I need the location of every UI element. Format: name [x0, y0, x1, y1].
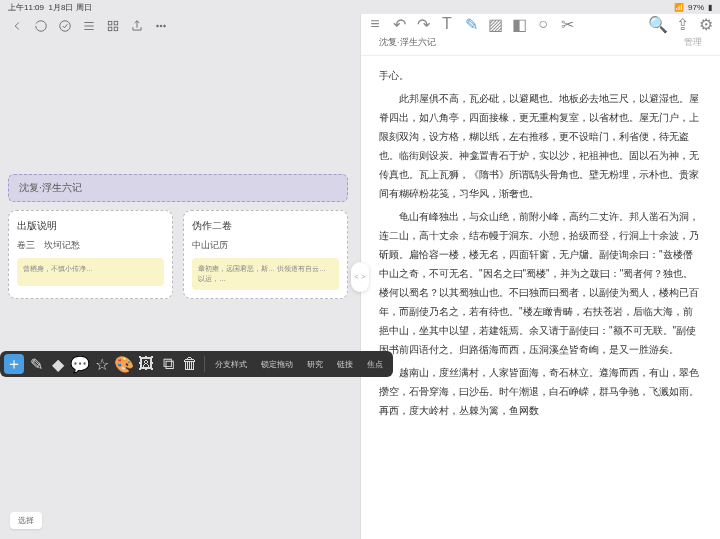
battery-icon: ▮: [708, 3, 712, 12]
menu-icon[interactable]: ≡: [369, 18, 381, 30]
card-sub: 卷三 坎坷记愁: [17, 239, 164, 252]
svg-rect-1: [108, 21, 112, 25]
list-icon[interactable]: [82, 19, 96, 33]
text-icon[interactable]: T: [441, 18, 453, 30]
card-publish[interactable]: 出版说明 卷三 坎坷记愁 曾栖身，不慎小传净…: [8, 210, 173, 299]
wifi-icon: 📶: [674, 3, 684, 12]
check-icon[interactable]: [58, 19, 72, 33]
pen-icon[interactable]: ✎: [465, 18, 477, 30]
status-date: 1月8日 周日: [48, 3, 91, 12]
card-title: 出版说明: [17, 219, 164, 233]
undo-icon[interactable]: ↶: [393, 18, 405, 30]
doc-title: 沈复·浮生六记: [379, 36, 436, 49]
svg-rect-3: [108, 27, 112, 31]
export-icon[interactable]: ⇪: [676, 18, 688, 30]
svg-point-6: [160, 25, 162, 27]
research-button[interactable]: 研究: [301, 359, 329, 370]
paragraph: 此邦屋俱不高，瓦必砒，以避飓也。地板必去地三尺，以避湿也。屋脊四出，如八角亭，四…: [379, 89, 702, 203]
paragraph: 越南山，度丝满村，人家皆面海，奇石林立。遵海而西，有山，翠色攒空，石骨穿海，曰沙…: [379, 363, 702, 420]
settings-icon[interactable]: ⚙: [700, 18, 712, 30]
select-button[interactable]: 选择: [10, 512, 42, 529]
shape-icon[interactable]: ○: [537, 18, 549, 30]
svg-rect-4: [114, 27, 118, 31]
svg-point-7: [164, 25, 166, 27]
search-icon[interactable]: 🔍: [652, 18, 664, 30]
image-icon[interactable]: 🖼: [136, 354, 156, 374]
clip-icon[interactable]: ✂: [561, 18, 573, 30]
svg-point-0: [60, 21, 71, 32]
card-title: 伪作二卷: [192, 219, 339, 233]
tag-icon[interactable]: ◆: [48, 354, 68, 374]
branch-style-button[interactable]: 分支样式: [209, 359, 253, 370]
highlight-icon[interactable]: ▨: [489, 18, 501, 30]
sticky-note[interactable]: 曾栖身，不慎小传净…: [17, 258, 164, 286]
root-node[interactable]: 沈复·浮生六记: [8, 174, 348, 202]
document-body[interactable]: 手心。 此邦屋俱不高，瓦必砒，以避飓也。地板必去地三尺，以避湿也。屋脊四出，如八…: [361, 56, 720, 539]
link-button[interactable]: 链接: [331, 359, 359, 370]
manage-link[interactable]: 管理: [684, 36, 702, 49]
more-icon[interactable]: [154, 19, 168, 33]
svg-point-5: [157, 25, 159, 27]
refresh-icon[interactable]: [34, 19, 48, 33]
paragraph: 龟山有峰独出，与众山绝，前附小峰，高约二丈许。邦人凿石为洞，连二山，高十丈余，结…: [379, 207, 702, 359]
card-sub: 中山记历: [192, 239, 339, 252]
sticky-note[interactable]: 章初雍，远国君恶，斯… 供领道有自云… 以运，…: [192, 258, 339, 290]
pane-resize-handle[interactable]: < >: [351, 262, 369, 292]
palette-icon[interactable]: 🎨: [114, 354, 134, 374]
paragraph: 手心。: [379, 66, 702, 85]
star-icon[interactable]: ☆: [92, 354, 112, 374]
eraser-icon[interactable]: ◧: [513, 18, 525, 30]
focus-button[interactable]: 焦点: [361, 359, 389, 370]
add-button[interactable]: ＋: [4, 354, 24, 374]
back-icon[interactable]: [10, 19, 24, 33]
comment-icon[interactable]: 💬: [70, 354, 90, 374]
redo-icon[interactable]: ↷: [417, 18, 429, 30]
edit-toolbar: ＋ ✎ ◆ 💬 ☆ 🎨 🖼 ⧉ 🗑 分支样式 锁定拖动 研究 链接 焦点: [0, 351, 393, 377]
edit-icon[interactable]: ✎: [26, 354, 46, 374]
trash-icon[interactable]: 🗑: [180, 354, 200, 374]
status-time: 上午11:09: [8, 3, 44, 12]
share-icon[interactable]: [130, 19, 144, 33]
svg-rect-2: [114, 21, 118, 25]
grid-icon[interactable]: [106, 19, 120, 33]
lock-drag-button[interactable]: 锁定拖动: [255, 359, 299, 370]
copy-icon[interactable]: ⧉: [158, 354, 178, 374]
card-fake[interactable]: 伪作二卷 中山记历 章初雍，远国君恶，斯… 供领道有自云… 以运，…: [183, 210, 348, 299]
battery-pct: 97%: [688, 3, 704, 12]
